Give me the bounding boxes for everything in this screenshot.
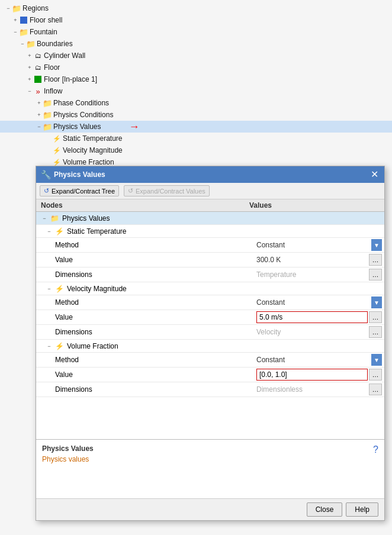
row-velocity-value[interactable]: Value … [36, 310, 384, 325]
row-static-temp-dimensions[interactable]: Dimensions Temperature … [36, 268, 384, 282]
static-temp-method-dropdown[interactable]: ▼ [371, 239, 382, 251]
close-icon[interactable]: ✕ [369, 170, 380, 179]
tree-item-inflow[interactable]: − » Inflow [0, 85, 392, 97]
expand-floor-shell[interactable]: + [12, 17, 19, 24]
static-temp-method-value: Constant ▼ [254, 238, 384, 252]
tree-label-physics-conditions: Physics Conditions [53, 111, 113, 119]
volume-value-ellipsis[interactable]: … [369, 369, 382, 381]
row-static-temp-method[interactable]: Method Constant ▼ [36, 238, 384, 253]
static-temp-dim-ellipsis[interactable]: … [369, 269, 382, 281]
section-expand-btn[interactable]: − [41, 215, 48, 222]
velocity-mag-nodes: − ⚡ Velocity Magnitude [36, 283, 254, 295]
red-arrow-icon: » [33, 86, 43, 96]
row-volume-dimensions[interactable]: Dimensions Dimensionless … [36, 382, 384, 397]
static-temp-dim-value: Temperature … [254, 268, 384, 282]
col-nodes-header: Nodes [41, 201, 249, 210]
tree-item-physics-values[interactable]: − 📁 Physics Values [0, 121, 392, 133]
tree-item-phase-conditions[interactable]: + 📁 Phase Conditions [0, 97, 392, 109]
expand-static-temp[interactable] [45, 135, 52, 142]
tree-label-floor: Floor [44, 63, 60, 72]
tree-item-floor-shell[interactable]: + Floor shell [0, 14, 392, 26]
velocity-mag-label: Velocity Magnitude [67, 285, 127, 293]
expand-boundaries[interactable]: − [19, 40, 26, 47]
tree-item-physics-conditions[interactable]: + 📁 Physics Conditions [0, 109, 392, 121]
volume-fraction-nodes: − ⚡ Volume Fraction [36, 340, 254, 352]
expand-fountain[interactable]: − [12, 28, 19, 36]
tree-label-floor-inplace: Floor [In-place 1] [44, 75, 97, 83]
static-temp-value-node: Value [36, 254, 254, 265]
expand-contract-values-label: Expand/Contract Values [136, 188, 205, 195]
static-temp-dim-node: Dimensions [36, 269, 254, 280]
help-icon[interactable]: ? [373, 444, 378, 455]
info-text: Physics values [42, 455, 378, 463]
tree-item-fountain[interactable]: − 📁 Fountain [0, 26, 392, 38]
static-temp-dim-text: Temperature [256, 270, 368, 279]
refresh2-icon: ↺ [128, 187, 133, 195]
table-header: Nodes Values [36, 199, 384, 212]
folder-icon-boundaries: 📁 [26, 39, 36, 49]
tree-item-velocity-mag[interactable]: ⚡ Velocity Magnitude [0, 144, 392, 156]
subsection-velocity-mag[interactable]: − ⚡ Velocity Magnitude [36, 282, 384, 295]
modal-titlebar: 🔧 Physics Values ✕ [36, 166, 384, 183]
expand-cylinder-wall[interactable]: + [26, 52, 33, 59]
expand-physics-cond[interactable]: + [36, 111, 43, 118]
expand-velocity-mag[interactable] [45, 147, 52, 154]
volume-dim-ellipsis[interactable]: … [369, 383, 382, 395]
row-volume-value[interactable]: Value … [36, 368, 384, 382]
expand-contract-values-button[interactable]: ↺ Expand/Contract Values [124, 185, 210, 196]
tree-item-floor-inplace[interactable]: + Floor [In-place 1] [0, 73, 392, 85]
section-values-cell [254, 217, 384, 220]
static-temp-value-ellipsis[interactable]: … [369, 254, 382, 266]
static-temp-method-text: Constant [256, 241, 370, 249]
velocity-dim-ellipsis[interactable]: … [369, 326, 382, 338]
help-button[interactable]: Help [346, 502, 378, 517]
row-static-temp-value[interactable]: Value 300.0 K … [36, 253, 384, 268]
section-label: Physics Values [62, 214, 110, 223]
velocity-value-input[interactable] [256, 311, 368, 323]
annotation-arrow: ← [129, 121, 140, 133]
tree-label-inflow: Inflow [44, 87, 62, 95]
tree-item-regions[interactable]: − 📁 Regions [0, 2, 392, 14]
tree-item-boundaries[interactable]: − 📁 Boundaries [0, 38, 392, 50]
expand-volume-fraction[interactable] [45, 159, 52, 166]
close-button[interactable]: Close [307, 502, 343, 517]
row-velocity-dimensions[interactable]: Dimensions Velocity … [36, 325, 384, 340]
folder-icon-phase: 📁 [43, 98, 52, 108]
static-temp-value-text: 300.0 K [256, 256, 368, 264]
static-temp-expand[interactable]: − [46, 228, 53, 235]
expand-regions[interactable]: − [5, 5, 12, 12]
expand-phase-cond[interactable]: + [36, 99, 43, 107]
velocity-dim-node: Dimensions [36, 327, 254, 337]
volume-method-dropdown[interactable]: ▼ [371, 354, 382, 366]
velocity-method-value: Constant ▼ [254, 295, 384, 310]
modal-toolbar: ↺ Expand/Contract Tree ↺ Expand/Contract… [36, 183, 384, 199]
tree-label-cylinder-wall: Cylinder Wall [44, 51, 85, 60]
velocity-method-dropdown[interactable]: ▼ [371, 296, 382, 308]
volume-fraction-expand[interactable]: − [46, 343, 53, 350]
physics-icon-velocity-mag: ⚡ [52, 146, 62, 155]
velocity-mag-expand[interactable]: − [46, 285, 53, 292]
velocity-value-ellipsis[interactable]: … [369, 311, 382, 323]
subsection-volume-fraction[interactable]: − ⚡ Volume Fraction [36, 340, 384, 353]
velocity-value-node: Value [36, 312, 254, 323]
row-volume-method[interactable]: Method Constant ▼ [36, 353, 384, 368]
velocity-mag-values [254, 288, 384, 290]
volume-value-input[interactable] [256, 369, 368, 381]
row-velocity-method[interactable]: Method Constant ▼ [36, 295, 384, 310]
static-temp-icon: ⚡ [54, 227, 64, 236]
velocity-dim-text: Velocity [256, 328, 368, 336]
blue-folder-icon: 📁 [19, 27, 28, 37]
expand-physics-vals[interactable]: − [36, 123, 43, 130]
expand-floor-inplace[interactable]: + [26, 76, 33, 83]
physics-icon-static-temp: ⚡ [52, 134, 62, 143]
section-physics-values[interactable]: − 📁 Physics Values [36, 212, 384, 225]
tree-label-volume-fraction: Volume Fraction [63, 158, 114, 166]
static-temp-method-node: Method [36, 240, 254, 250]
tree-item-cylinder-wall[interactable]: + 🗂 Cylinder Wall [0, 50, 392, 62]
expand-floor[interactable]: + [26, 64, 33, 71]
subsection-static-temp[interactable]: − ⚡ Static Temperature [36, 225, 384, 238]
tree-item-static-temp[interactable]: ⚡ Static Temperature [0, 133, 392, 144]
expand-inflow[interactable]: − [26, 88, 33, 95]
expand-contract-tree-button[interactable]: ↺ Expand/Contract Tree [40, 185, 119, 196]
tree-item-floor[interactable]: + 🗂 Floor [0, 62, 392, 73]
